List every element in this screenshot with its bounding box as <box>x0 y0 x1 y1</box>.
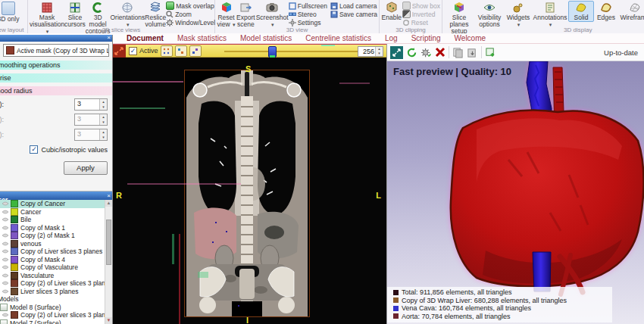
eye-icon[interactable] <box>2 281 8 285</box>
eye-icon[interactable] <box>2 257 8 262</box>
document-tab[interactable]: Centreline statistics <box>299 34 378 42</box>
document-tab[interactable]: Model statistics <box>233 34 299 42</box>
list-item[interactable]: Copy (2) of Liver slices 3 planes <box>0 311 105 319</box>
document-tab[interactable]: Mask statistics <box>170 34 233 42</box>
fullscreen-button[interactable]: Fullscreen <box>289 2 327 10</box>
list-item[interactable]: Model 8 (Surface) <box>0 304 105 312</box>
ct-coronal-image[interactable] <box>184 70 310 317</box>
window-level-button[interactable]: Window/Level <box>166 18 215 26</box>
solid-toggle-button[interactable]: Solid <box>568 1 594 22</box>
list-item[interactable]: Copy of Vasculature <box>0 263 105 272</box>
active-mask-dropdown[interactable]: Active mask (Copy of 3D Wrap Liver) ▾ <box>3 44 109 57</box>
list-item[interactable]: Copy of Cancer <box>0 200 105 208</box>
list-item[interactable]: venous <box>0 240 105 248</box>
delete-icon[interactable] <box>435 47 445 58</box>
eye-icon[interactable] <box>2 273 8 278</box>
arrow-up-icon[interactable]: ▴ <box>100 99 107 104</box>
stepper-arrows[interactable]: ▴▾ <box>375 47 383 56</box>
liver-3d-viewport[interactable]: Fast preview | Quality: 10 <box>387 61 644 324</box>
stereo-button[interactable]: Stereo <box>289 10 327 18</box>
stepper-arrows[interactable]: ▴▾ <box>99 129 107 140</box>
list-item[interactable]: Copy of Liver slices 3 planes <box>0 248 105 256</box>
refresh-icon[interactable] <box>406 47 417 58</box>
add-model-icon[interactable] <box>485 47 496 58</box>
eye-icon[interactable] <box>2 249 8 254</box>
screenshot-button[interactable]: Screenshot <box>256 1 289 29</box>
active-checkbox[interactable]: ✓ <box>129 47 137 55</box>
slice-number-stepper[interactable]: 256 ▴▾ <box>358 46 383 57</box>
orientations-button[interactable]: Orientations <box>110 1 145 29</box>
slice-slider-track[interactable] <box>224 51 359 52</box>
grow-tool-button[interactable] <box>175 45 187 57</box>
export-scene-button[interactable]: Export scene <box>236 1 256 29</box>
eye-icon[interactable] <box>2 265 8 269</box>
eye-icon[interactable] <box>2 289 8 294</box>
list-item[interactable]: Copy of Mask 1 <box>0 224 105 232</box>
list-item[interactable]: Liver slices 3 planes <box>0 288 105 296</box>
inverted-button[interactable]: Inverted <box>402 10 440 18</box>
visibility-options-button[interactable]: Visibility options <box>474 1 505 29</box>
list-item[interactable]: Model 7 (Surface) <box>0 319 105 324</box>
eye-icon[interactable] <box>2 201 8 206</box>
eye-icon[interactable] <box>2 233 8 238</box>
zoom-button[interactable]: Zoom <box>166 10 215 18</box>
mask-panel-titlebar[interactable]: × <box>0 35 112 42</box>
project-browser-titlebar[interactable]: Project browser × <box>0 192 112 200</box>
settings-button[interactable]: Settings <box>289 18 327 26</box>
eye-icon[interactable] <box>2 210 8 214</box>
list-item[interactable]: Cancer <box>0 208 105 217</box>
copy-model-icon[interactable] <box>452 47 464 58</box>
reslice-volume-button[interactable]: Reslice volume <box>145 1 166 29</box>
shrink-tool-button[interactable] <box>189 45 202 57</box>
scroll-up-icon[interactable]: ▲ <box>105 200 112 207</box>
view-3d-only-button[interactable]: 3D only <box>0 1 26 23</box>
mask-overlap-button[interactable]: Mask overlap <box>166 2 215 10</box>
isotropic-checkbox[interactable]: ✓ <box>30 145 38 154</box>
browser-scrollbar[interactable]: ▲ ▼ <box>105 200 112 324</box>
wireframe-toggle-button[interactable]: Wireframe <box>618 1 644 22</box>
show-box-button[interactable]: Show box <box>402 2 440 10</box>
document-tab[interactable]: Document <box>120 34 170 42</box>
stepper-arrows[interactable]: ▴▾ <box>99 99 107 110</box>
liver-3d-model[interactable] <box>387 61 644 324</box>
scroll-down-icon[interactable]: ▼ <box>105 317 112 324</box>
stepper-arrows[interactable]: ▴▾ <box>99 114 107 125</box>
arrow-down-icon[interactable]: ▾ <box>100 135 107 140</box>
load-camera-button[interactable]: Load camera <box>330 2 377 10</box>
reset-view-button[interactable]: Reset view <box>217 1 236 29</box>
list-item[interactable]: Models <box>0 295 105 304</box>
list-item[interactable]: Copy of Mask 4 <box>0 256 105 264</box>
slice-cursors-button[interactable]: Slice cursors <box>64 1 86 29</box>
scrollbar-thumb[interactable] <box>106 220 111 265</box>
annotations-button[interactable]: Annotations <box>532 1 568 29</box>
eye-icon[interactable] <box>2 313 8 317</box>
expand-view-button[interactable] <box>390 46 403 59</box>
document-tab[interactable]: Log <box>378 34 405 42</box>
save-camera-button[interactable]: Save camera <box>330 10 377 18</box>
arrow-up-icon[interactable]: ▴ <box>100 129 107 135</box>
radius-y-stepper[interactable]: 3 ▴▾ <box>74 114 108 126</box>
radius-x-stepper[interactable]: 3 ▴▾ <box>74 98 108 111</box>
document-tab[interactable]: Scripting <box>405 34 448 42</box>
arrow-down-icon[interactable]: ▾ <box>100 120 107 125</box>
list-item[interactable]: Bile <box>0 216 105 224</box>
edges-toggle-button[interactable]: Edges <box>594 1 618 22</box>
expand-view-button[interactable] <box>112 45 126 58</box>
arrow-up-icon[interactable]: ▴ <box>100 114 107 120</box>
refresh-settings-icon[interactable] <box>420 47 432 58</box>
import-model-icon[interactable] <box>467 47 478 58</box>
clipping-reset-button[interactable]: Reset <box>402 18 440 26</box>
clipping-enable-button[interactable]: Enable <box>381 1 402 22</box>
eye-icon[interactable] <box>2 226 8 230</box>
eye-icon[interactable] <box>2 217 8 222</box>
close-icon[interactable]: × <box>107 192 111 200</box>
coronal-2d-viewport[interactable]: ✓ Active 256 ▴▾ <box>112 44 386 324</box>
radius-z-stepper[interactable]: 3 ▴▾ <box>74 129 108 141</box>
eye-icon[interactable] <box>2 241 8 246</box>
close-icon[interactable]: × <box>107 35 111 41</box>
widgets-button[interactable]: Widgets <box>505 1 532 29</box>
apply-button[interactable]: Apply <box>64 161 108 175</box>
document-tab[interactable]: Welcome <box>448 34 493 42</box>
contour-tool-button[interactable] <box>161 45 173 57</box>
arrow-down-icon[interactable]: ▾ <box>376 51 383 56</box>
